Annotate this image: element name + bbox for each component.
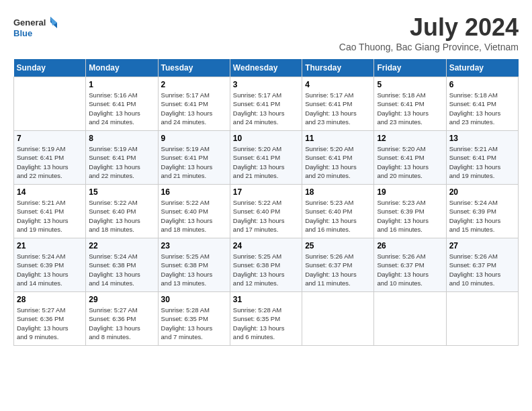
day-info: Sunrise: 5:22 AM Sunset: 6:40 PM Dayligh… [89,198,154,234]
day-info: Sunrise: 5:17 AM Sunset: 6:41 PM Dayligh… [305,91,371,126]
header-saturday: Saturday [446,59,518,77]
day-number: 10 [233,134,299,143]
calendar-cell: 2Sunrise: 5:17 AM Sunset: 6:41 PM Daylig… [158,77,230,131]
day-number: 31 [233,295,299,304]
week-row-3: 14Sunrise: 5:21 AM Sunset: 6:41 PM Dayli… [14,185,519,238]
day-info: Sunrise: 5:21 AM Sunset: 6:41 PM Dayligh… [449,144,515,180]
day-info: Sunrise: 5:20 AM Sunset: 6:41 PM Dayligh… [377,144,443,180]
day-info: Sunrise: 5:22 AM Sunset: 6:40 PM Dayligh… [233,198,299,234]
calendar-cell: 1Sunrise: 5:16 AM Sunset: 6:41 PM Daylig… [86,77,158,131]
location: Cao Thuong, Bac Giang Province, Vietnam [339,42,519,52]
day-number: 17 [233,187,299,197]
day-number: 25 [305,241,371,250]
day-number: 20 [449,187,515,197]
calendar-cell: 5Sunrise: 5:18 AM Sunset: 6:41 PM Daylig… [374,77,446,131]
day-info: Sunrise: 5:17 AM Sunset: 6:41 PM Dayligh… [161,91,227,126]
day-info: Sunrise: 5:23 AM Sunset: 6:39 PM Dayligh… [377,198,443,234]
day-info: Sunrise: 5:18 AM Sunset: 6:41 PM Dayligh… [377,91,443,126]
month-title: July 2024 [339,13,519,42]
day-info: Sunrise: 5:27 AM Sunset: 6:36 PM Dayligh… [17,306,83,341]
calendar-cell: 3Sunrise: 5:17 AM Sunset: 6:41 PM Daylig… [230,77,302,131]
day-number: 22 [89,241,154,250]
calendar-cell [14,77,86,131]
calendar-cell: 22Sunrise: 5:24 AM Sunset: 6:38 PM Dayli… [86,238,158,292]
day-info: Sunrise: 5:25 AM Sunset: 6:38 PM Dayligh… [161,252,227,287]
header-wednesday: Wednesday [230,59,302,77]
calendar-cell: 11Sunrise: 5:20 AM Sunset: 6:41 PM Dayli… [302,131,374,185]
calendar-cell [374,292,446,346]
calendar-cell: 17Sunrise: 5:22 AM Sunset: 6:40 PM Dayli… [230,185,302,238]
day-number: 2 [161,80,227,89]
day-info: Sunrise: 5:18 AM Sunset: 6:41 PM Dayligh… [449,91,515,126]
day-number: 18 [305,187,371,197]
calendar-cell: 23Sunrise: 5:25 AM Sunset: 6:38 PM Dayli… [158,238,230,292]
page-header: General Blue July 2024 Cao Thuong, Bac G… [13,13,519,52]
day-number: 3 [233,80,299,89]
header-monday: Monday [86,59,158,77]
calendar-cell: 26Sunrise: 5:26 AM Sunset: 6:37 PM Dayli… [374,238,446,292]
day-info: Sunrise: 5:20 AM Sunset: 6:41 PM Dayligh… [233,144,299,180]
day-number: 24 [233,241,299,250]
header-row: SundayMondayTuesdayWednesdayThursdayFrid… [14,59,519,77]
day-info: Sunrise: 5:16 AM Sunset: 6:41 PM Dayligh… [89,91,154,126]
calendar-cell: 31Sunrise: 5:28 AM Sunset: 6:35 PM Dayli… [230,292,302,346]
day-number: 28 [17,295,83,304]
day-number: 13 [449,134,515,143]
header-tuesday: Tuesday [158,59,230,77]
day-number: 16 [161,187,227,197]
day-info: Sunrise: 5:24 AM Sunset: 6:38 PM Dayligh… [89,252,154,287]
day-info: Sunrise: 5:24 AM Sunset: 6:39 PM Dayligh… [17,252,83,287]
day-info: Sunrise: 5:19 AM Sunset: 6:41 PM Dayligh… [161,144,227,180]
day-info: Sunrise: 5:22 AM Sunset: 6:40 PM Dayligh… [161,198,227,234]
day-info: Sunrise: 5:28 AM Sunset: 6:35 PM Dayligh… [161,306,227,341]
day-number: 27 [449,241,515,250]
day-number: 7 [17,134,83,143]
day-number: 14 [17,187,83,197]
calendar-cell: 15Sunrise: 5:22 AM Sunset: 6:40 PM Dayli… [86,185,158,238]
day-info: Sunrise: 5:27 AM Sunset: 6:36 PM Dayligh… [89,306,154,341]
day-number: 29 [89,295,154,304]
svg-text:Blue: Blue [13,28,32,38]
calendar-cell: 19Sunrise: 5:23 AM Sunset: 6:39 PM Dayli… [374,185,446,238]
day-number: 12 [377,134,443,143]
day-info: Sunrise: 5:26 AM Sunset: 6:37 PM Dayligh… [305,252,371,287]
day-number: 4 [305,80,371,89]
day-number: 19 [377,187,443,197]
header-friday: Friday [374,59,446,77]
calendar-cell: 30Sunrise: 5:28 AM Sunset: 6:35 PM Dayli… [158,292,230,346]
day-info: Sunrise: 5:28 AM Sunset: 6:35 PM Dayligh… [233,306,299,341]
calendar-cell [302,292,374,346]
day-number: 9 [161,134,227,143]
title-block: July 2024 Cao Thuong, Bac Giang Province… [339,13,519,52]
day-number: 23 [161,241,227,250]
calendar-cell: 21Sunrise: 5:24 AM Sunset: 6:39 PM Dayli… [14,238,86,292]
calendar-cell: 13Sunrise: 5:21 AM Sunset: 6:41 PM Dayli… [446,131,518,185]
day-number: 26 [377,241,443,250]
week-row-2: 7Sunrise: 5:19 AM Sunset: 6:41 PM Daylig… [14,131,519,185]
logo-svg: General Blue [13,13,60,44]
calendar-cell: 10Sunrise: 5:20 AM Sunset: 6:41 PM Dayli… [230,131,302,185]
week-row-1: 1Sunrise: 5:16 AM Sunset: 6:41 PM Daylig… [14,77,519,131]
day-info: Sunrise: 5:19 AM Sunset: 6:41 PM Dayligh… [89,144,154,180]
calendar-cell: 4Sunrise: 5:17 AM Sunset: 6:41 PM Daylig… [302,77,374,131]
day-info: Sunrise: 5:17 AM Sunset: 6:41 PM Dayligh… [233,91,299,126]
svg-text:General: General [13,17,46,28]
day-number: 5 [377,80,443,89]
calendar-cell: 12Sunrise: 5:20 AM Sunset: 6:41 PM Dayli… [374,131,446,185]
day-info: Sunrise: 5:26 AM Sunset: 6:37 PM Dayligh… [377,252,443,287]
calendar-cell: 9Sunrise: 5:19 AM Sunset: 6:41 PM Daylig… [158,131,230,185]
day-info: Sunrise: 5:20 AM Sunset: 6:41 PM Dayligh… [305,144,371,180]
day-info: Sunrise: 5:26 AM Sunset: 6:37 PM Dayligh… [449,252,515,287]
calendar-cell: 7Sunrise: 5:19 AM Sunset: 6:41 PM Daylig… [14,131,86,185]
calendar-cell: 24Sunrise: 5:25 AM Sunset: 6:38 PM Dayli… [230,238,302,292]
day-info: Sunrise: 5:19 AM Sunset: 6:41 PM Dayligh… [17,144,83,180]
day-number: 30 [161,295,227,304]
calendar-cell: 27Sunrise: 5:26 AM Sunset: 6:37 PM Dayli… [446,238,518,292]
day-number: 21 [17,241,83,250]
day-number: 8 [89,134,154,143]
calendar-cell: 14Sunrise: 5:21 AM Sunset: 6:41 PM Dayli… [14,185,86,238]
calendar-cell: 8Sunrise: 5:19 AM Sunset: 6:41 PM Daylig… [86,131,158,185]
day-number: 15 [89,187,154,197]
week-row-5: 28Sunrise: 5:27 AM Sunset: 6:36 PM Dayli… [14,292,519,346]
calendar-cell: 16Sunrise: 5:22 AM Sunset: 6:40 PM Dayli… [158,185,230,238]
